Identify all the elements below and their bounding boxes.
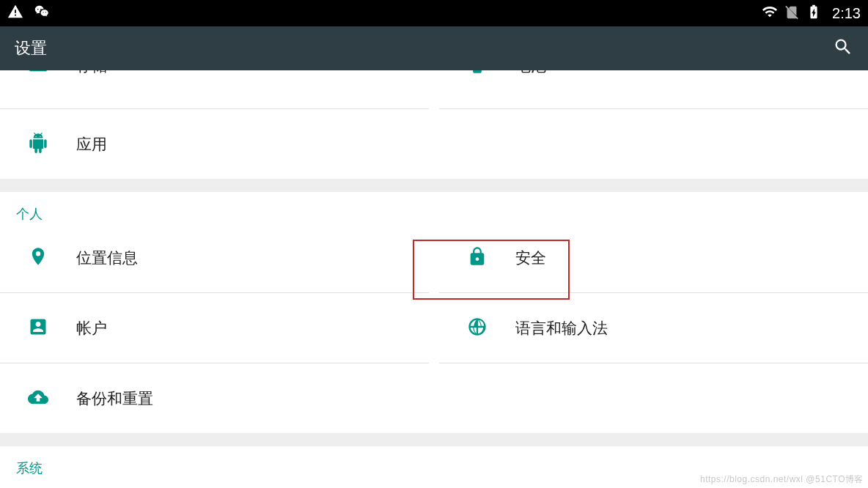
settings-scroll[interactable]: 存储 电池 应用 个人 位置信息 bbox=[0, 70, 868, 488]
account-icon bbox=[28, 317, 48, 340]
item-label: 位置信息 bbox=[76, 248, 138, 268]
item-language-input[interactable]: 语言和输入法 bbox=[439, 293, 868, 363]
battery-charging-icon bbox=[806, 4, 822, 23]
page-title: 设置 bbox=[15, 37, 47, 59]
status-bar: 2:13 bbox=[0, 0, 868, 26]
item-battery[interactable]: 电池 bbox=[439, 70, 868, 100]
clock-label: 2:13 bbox=[832, 5, 861, 22]
item-label: 语言和输入法 bbox=[515, 318, 608, 339]
apps-icon bbox=[28, 133, 48, 156]
item-label: 应用 bbox=[76, 134, 107, 155]
no-sim-icon bbox=[784, 4, 800, 23]
globe-icon bbox=[467, 317, 488, 340]
wechat-icon bbox=[34, 4, 50, 23]
section-personal: 个人 位置信息 安全 帐户 语言和输入法 备份和重置 bbox=[0, 192, 868, 433]
item-backup-reset[interactable]: 备份和重置 bbox=[0, 363, 429, 433]
storage-icon bbox=[28, 70, 48, 78]
item-accounts[interactable]: 帐户 bbox=[0, 293, 429, 363]
item-label: 电池 bbox=[515, 70, 546, 76]
section-device-partial: 存储 电池 应用 bbox=[0, 70, 868, 179]
section-header-personal: 个人 bbox=[0, 192, 868, 223]
battery-icon bbox=[467, 70, 488, 78]
lock-icon bbox=[467, 246, 488, 270]
warning-icon bbox=[7, 4, 23, 23]
item-label: 安全 bbox=[515, 248, 546, 268]
item-apps[interactable]: 应用 bbox=[0, 109, 429, 179]
item-label: 帐户 bbox=[76, 318, 107, 339]
search-button[interactable] bbox=[833, 37, 853, 60]
svg-rect-0 bbox=[29, 70, 46, 71]
item-location[interactable]: 位置信息 bbox=[0, 223, 429, 292]
item-storage[interactable]: 存储 bbox=[0, 70, 429, 100]
app-bar: 设置 bbox=[0, 26, 868, 70]
item-label: 存储 bbox=[76, 70, 107, 76]
item-label: 备份和重置 bbox=[76, 388, 153, 409]
location-icon bbox=[28, 246, 48, 270]
watermark: https://blog.csdn.net/wxl @51CTO博客 bbox=[700, 473, 864, 486]
wifi-icon bbox=[762, 4, 778, 23]
item-security[interactable]: 安全 bbox=[439, 223, 868, 292]
cloud-upload-icon bbox=[28, 387, 48, 410]
